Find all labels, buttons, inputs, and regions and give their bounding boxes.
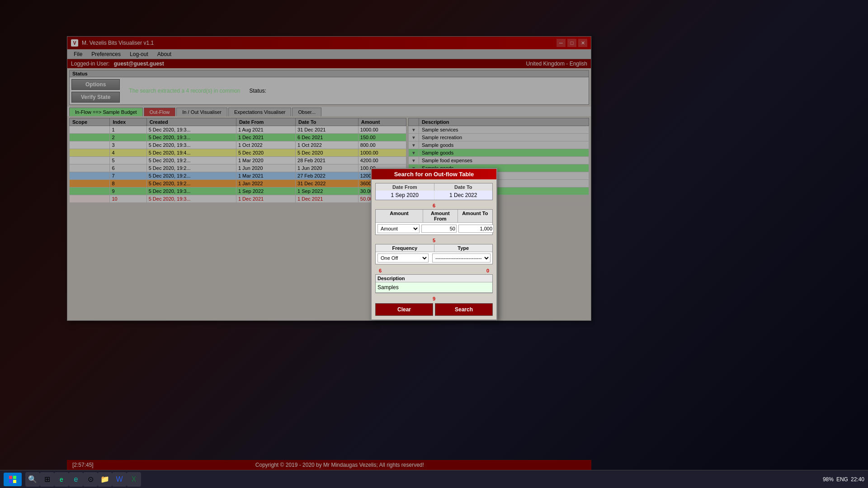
system-tray: 98% ENG 22:40 <box>823 476 864 483</box>
search-taskbar-icon[interactable]: 🔍 <box>25 472 40 487</box>
search-button[interactable]: Search <box>435 303 493 316</box>
battery-percent: 98% <box>823 476 834 483</box>
date-count: 6 <box>375 203 493 208</box>
search-modal: Search for on Out-flow Table Date From D… <box>371 168 497 320</box>
date-from-header: Date From <box>376 183 434 191</box>
clock: 22:40 <box>851 476 864 483</box>
svg-rect-3 <box>13 480 16 483</box>
amount-type-select[interactable]: Amount Amount From Amount To Exact <box>378 225 419 233</box>
amount-from-input[interactable] <box>421 225 457 233</box>
frequency-select[interactable]: One Off Weekly Monthly Yearly <box>378 254 428 262</box>
frequency-header: Frequency <box>376 244 434 252</box>
description-input[interactable] <box>376 282 492 293</box>
amount-col-header: Amount <box>376 210 423 222</box>
svg-rect-1 <box>13 476 16 479</box>
desc-search-header: Description <box>376 275 492 282</box>
type-header: Type <box>434 244 493 252</box>
taskbar: 🔍 ⊞ e e ⊙ 📁 W X 98% ENG 22:40 <box>0 470 868 488</box>
desc-count: 9 <box>375 296 493 301</box>
word-icon[interactable]: W <box>112 472 127 487</box>
edge-icon[interactable]: e <box>54 472 69 487</box>
freq-count: 6 <box>379 268 382 273</box>
ie-icon[interactable]: e <box>69 472 83 487</box>
date-from-value[interactable]: 1 Sep 2020 <box>376 191 434 200</box>
date-to-header: Date To <box>434 183 493 191</box>
amount-count: 5 <box>375 238 493 243</box>
modal-overlay: Search for on Out-flow Table Date From D… <box>0 0 868 488</box>
excel-icon[interactable]: X <box>127 472 141 487</box>
date-section: Date From Date To 1 Sep 2020 1 Dec 2022 <box>375 183 493 200</box>
svg-rect-2 <box>9 480 12 483</box>
description-search-section: Description <box>375 274 493 293</box>
svg-rect-0 <box>9 476 12 479</box>
task-view-icon[interactable]: ⊞ <box>40 472 54 487</box>
type-select[interactable]: ---------------------------- <box>433 254 490 262</box>
amount-from-header: Amount From <box>423 210 458 222</box>
clear-button[interactable]: Clear <box>375 303 433 316</box>
type-count: 0 <box>486 268 489 273</box>
lang-indicator: ENG <box>836 476 848 483</box>
frequency-section: Frequency Type One Off Weekly Monthly Ye… <box>375 244 493 264</box>
modal-title: Search for on Out-flow Table <box>372 169 496 179</box>
amount-section: Amount Amount From Amount To Amount Amou… <box>375 209 493 235</box>
amount-to-input[interactable] <box>458 225 494 233</box>
chrome-icon[interactable]: ⊙ <box>83 472 98 487</box>
date-to-value[interactable]: 1 Dec 2022 <box>434 191 493 200</box>
amount-to-header: Amount To <box>458 210 492 222</box>
start-button[interactable] <box>4 473 22 486</box>
modal-buttons: Clear Search <box>375 303 493 316</box>
file-explorer-icon[interactable]: 📁 <box>98 472 112 487</box>
